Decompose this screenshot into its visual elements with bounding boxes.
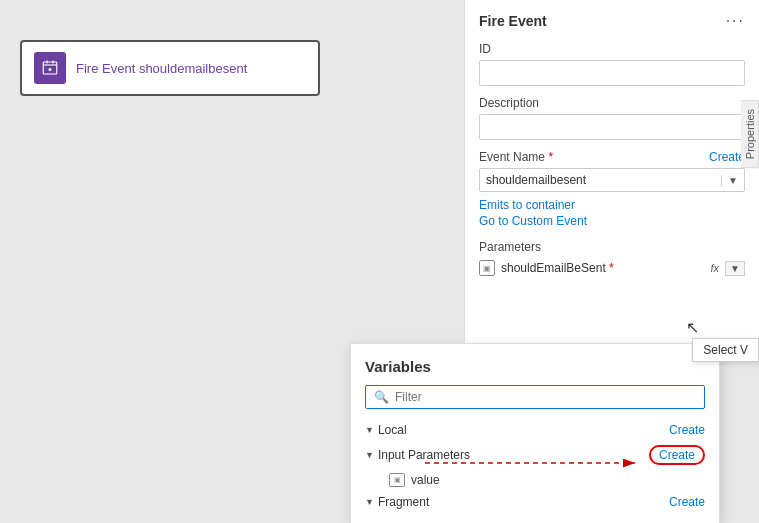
- local-create-link[interactable]: Create: [669, 423, 705, 437]
- fire-event-node: Fire Event shouldemailbesent: [20, 40, 320, 96]
- node-label-value: shouldemailbesent: [139, 61, 247, 76]
- input-params-triangle: ▼: [365, 450, 374, 460]
- event-name-value: shouldemailbesent: [480, 169, 721, 191]
- variables-panel: Variables 🔍 ▼ Local Create ▼ Input Param…: [350, 343, 720, 523]
- id-input[interactable]: [479, 60, 745, 86]
- local-section-row: ▼ Local Create: [365, 419, 705, 441]
- param-fx-button[interactable]: fx: [711, 262, 720, 274]
- filter-input[interactable]: [395, 390, 696, 404]
- event-name-dropdown-arrow[interactable]: ▼: [721, 175, 744, 186]
- input-params-section-row: ▼ Input Parameters Create: [365, 441, 705, 469]
- fire-event-label: Fire Event shouldemailbesent: [76, 61, 247, 76]
- go-to-custom-event-link[interactable]: Go to Custom Event: [479, 214, 745, 228]
- filter-input-wrapper[interactable]: 🔍: [365, 385, 705, 409]
- calendar-icon: [41, 59, 59, 77]
- fragment-section-label: ▼ Fragment: [365, 495, 429, 509]
- panel-header: Fire Event ···: [479, 12, 745, 30]
- svg-point-4: [49, 68, 52, 71]
- description-input[interactable]: [479, 114, 745, 140]
- right-panel: Fire Event ··· ID Description Event Name…: [464, 0, 759, 360]
- fragment-triangle: ▼: [365, 497, 374, 507]
- input-params-section-label: ▼ Input Parameters: [365, 448, 470, 462]
- fragment-section-row: ▼ Fragment Create: [365, 491, 705, 513]
- input-params-create-link[interactable]: Create: [649, 445, 705, 465]
- fragment-create-link[interactable]: Create: [669, 495, 705, 509]
- var-value-row: ▣ value: [365, 469, 705, 491]
- param-dropdown-button[interactable]: ▼: [725, 261, 745, 276]
- description-label: Description: [479, 96, 745, 110]
- event-name-select[interactable]: shouldemailbesent ▼: [479, 168, 745, 192]
- local-triangle: ▼: [365, 425, 374, 435]
- var-icon: ▣: [389, 473, 405, 487]
- properties-tab[interactable]: Properties: [741, 100, 759, 168]
- param-row: ▣ shouldEmailBeSent * fx ▼: [479, 260, 745, 276]
- node-label-prefix: Fire Event: [76, 61, 135, 76]
- param-name: shouldEmailBeSent *: [501, 261, 705, 275]
- variables-title: Variables: [365, 358, 705, 375]
- fire-event-icon: [34, 52, 66, 84]
- emits-to-container-link[interactable]: Emits to container: [479, 198, 745, 212]
- var-value-name: value: [411, 473, 440, 487]
- event-links: Emits to container Go to Custom Event: [479, 198, 745, 228]
- search-icon: 🔍: [374, 390, 389, 404]
- param-icon: ▣: [479, 260, 495, 276]
- id-label: ID: [479, 42, 745, 56]
- parameters-label: Parameters: [479, 240, 745, 254]
- panel-menu-button[interactable]: ···: [726, 12, 745, 30]
- panel-title: Fire Event: [479, 13, 547, 29]
- local-section-label: ▼ Local: [365, 423, 407, 437]
- select-tooltip: Select V: [692, 338, 759, 362]
- event-name-label: Event Name Create: [479, 150, 745, 164]
- event-name-create-link[interactable]: Create: [709, 150, 745, 164]
